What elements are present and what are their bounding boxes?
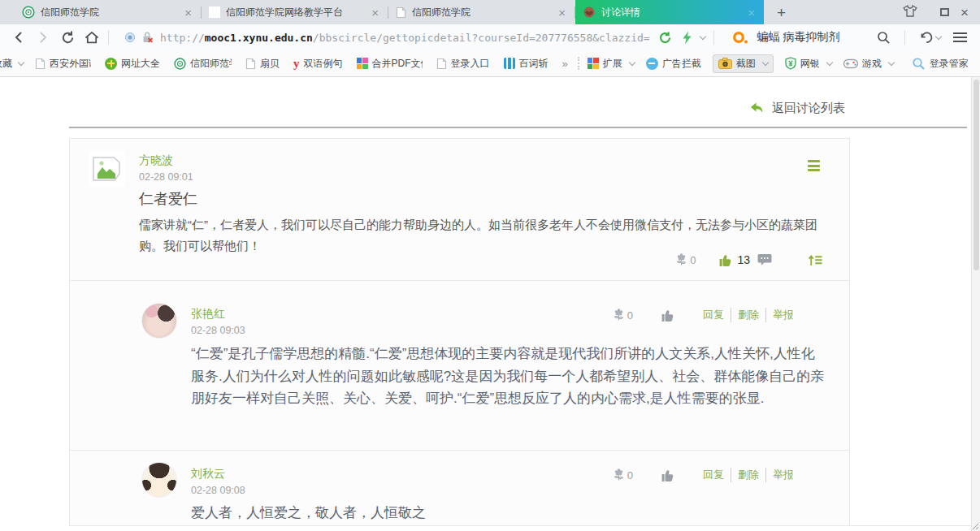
gamepad-icon: [843, 58, 858, 69]
extensions-button[interactable]: 扩展: [588, 57, 635, 71]
tab-xynu-page[interactable]: 信阳师范学院 ×: [388, 0, 575, 24]
tool-label: 扩展: [603, 57, 622, 71]
adblock-icon: [646, 58, 658, 70]
bookmark-xisu[interactable]: 西安外国语: [35, 57, 91, 71]
delete-link[interactable]: 删除: [731, 468, 765, 482]
avatar: [141, 462, 177, 498]
page-icon: [245, 58, 256, 70]
tab-discussion-detail-active[interactable]: 讨论详情 ×: [575, 0, 764, 24]
search-icon[interactable]: [871, 26, 895, 49]
scrollbar-thumb[interactable]: [973, 80, 979, 270]
thumbs-up-icon: [718, 253, 733, 267]
tab-close-icon[interactable]: ×: [557, 6, 567, 19]
reply-author[interactable]: 张艳红: [191, 307, 225, 322]
speed-lightning-icon[interactable]: [682, 31, 692, 45]
award-count: 0: [690, 254, 696, 266]
window-controls: ×: [903, 0, 980, 24]
url-host: mooc1.xynu.edu.cn: [205, 32, 313, 44]
like-button[interactable]: [661, 468, 675, 482]
toolbar-right-group: [871, 26, 980, 49]
new-tab-button[interactable]: +: [772, 5, 791, 20]
delete-link[interactable]: 删除: [731, 308, 765, 322]
main-menu-icon[interactable]: [950, 29, 970, 45]
bookmark-bilingual[interactable]: y 双语例句: [293, 57, 343, 71]
tool-label: 登录管家: [930, 57, 969, 71]
flower-award-icon: [613, 468, 625, 482]
tab-title: 信阳师范学院: [412, 6, 552, 19]
search-query[interactable]: 蝙蝠 病毒抑制剂: [757, 30, 840, 45]
chevron-down-icon: [18, 59, 24, 66]
like-count: 13: [737, 253, 750, 266]
page-icon: [35, 58, 46, 70]
reply-author[interactable]: 刘秋云: [191, 467, 225, 481]
tab-close-icon[interactable]: ×: [746, 6, 757, 19]
insecure-lock-icon[interactable]: [141, 31, 154, 44]
tab-close-icon[interactable]: ×: [370, 6, 380, 19]
chevron-down-icon[interactable]: [699, 33, 705, 40]
sort-top-button[interactable]: [808, 253, 823, 266]
award-button[interactable]: 0: [613, 468, 633, 482]
school-emblem-favicon: [22, 6, 35, 19]
games-button[interactable]: 游戏: [843, 57, 894, 71]
address-bar[interactable]: http://mooc1.xynu.edu.cn/bbscircle/getto…: [124, 31, 650, 44]
award-count: 0: [627, 309, 633, 322]
bookmark-baicizhan[interactable]: 百词斩: [504, 57, 549, 71]
post-menu-icon[interactable]: [808, 160, 820, 171]
post-divider: [70, 280, 849, 281]
comment-button[interactable]: [757, 253, 772, 266]
post-time: 02-28 09:01: [139, 171, 193, 183]
chevron-down-icon: [887, 59, 894, 66]
bookmarks-overflow-icon[interactable]: »: [562, 58, 568, 70]
site-info-icon[interactable]: [124, 32, 136, 43]
bookmark-nav-site[interactable]: 网址大全: [105, 57, 160, 71]
bookmark-xynu[interactable]: 信阳师范学院: [174, 57, 232, 71]
maximize-button[interactable]: [940, 5, 949, 19]
reply-divider: [70, 450, 849, 451]
report-link[interactable]: 举报: [765, 308, 800, 322]
reply-link[interactable]: 回复: [696, 468, 731, 482]
forward-button[interactable]: [31, 26, 55, 49]
login-manager-button[interactable]: 登录管家: [912, 57, 969, 71]
recent-undo-icon[interactable]: [914, 26, 945, 49]
refresh-button[interactable]: [55, 26, 80, 49]
flower-award-icon: [613, 308, 625, 322]
url-path: /bbscircle/gettopicdetail?courseId=20777…: [313, 32, 650, 44]
bookmark-login-portal[interactable]: 登录入口: [436, 57, 490, 71]
like-button[interactable]: [661, 309, 675, 322]
flower-award-icon: [675, 253, 687, 267]
award-button[interactable]: 0: [613, 308, 633, 322]
bookmark-shanbay[interactable]: 扇贝: [245, 57, 280, 71]
screenshot-button[interactable]: 截图: [713, 54, 774, 73]
bookmark-merge-pdf[interactable]: 合并PDF文件: [357, 57, 423, 71]
netbank-button[interactable]: 网银: [785, 57, 832, 71]
post-author[interactable]: 方晓波: [139, 153, 173, 168]
thumbs-up-icon: [661, 309, 675, 322]
translate-icon[interactable]: [658, 31, 672, 45]
back-button[interactable]: [7, 26, 31, 49]
theme-skin-icon[interactable]: [903, 5, 917, 20]
search-box[interactable]: 蝙蝠 病毒抑制剂: [732, 30, 840, 45]
blank-favicon: [209, 6, 220, 18]
chevron-down-icon: [761, 59, 768, 66]
tab-xynu-home[interactable]: 信阳师范学院 ×: [15, 0, 201, 24]
back-to-discussion-list-link[interactable]: 返回讨论列表: [749, 101, 845, 116]
reply-action-row: 0 回复 删除 举报: [613, 308, 800, 322]
favorites-menu[interactable]: 收藏: [0, 57, 24, 71]
like-button[interactable]: 13: [718, 253, 750, 267]
tool-label: 网银: [800, 57, 820, 71]
search-engine-logo[interactable]: [732, 31, 749, 45]
chevron-down-icon[interactable]: [934, 33, 941, 40]
adblock-button[interactable]: 广告拦截: [646, 57, 701, 71]
report-link[interactable]: 举报: [765, 468, 800, 482]
scrollbar[interactable]: [971, 77, 980, 531]
favorites-menu-label: 收藏: [0, 57, 12, 71]
post-body: 儒家讲就“仁”，仁者爱人，我们可以尽自己的能力帮助身边的人。如当前很多老年人不会…: [139, 214, 828, 257]
window-close-button[interactable]: ×: [960, 6, 969, 19]
bookmark-label: 信阳师范学院: [190, 57, 232, 71]
award-button[interactable]: 0: [675, 253, 696, 267]
home-button[interactable]: [80, 26, 104, 49]
tab-close-icon[interactable]: ×: [183, 6, 193, 19]
tab-teaching-platform[interactable]: 信阳师范学院网络教学平台 ×: [202, 0, 388, 24]
page-favicon: [396, 6, 406, 19]
reply-link[interactable]: 回复: [696, 308, 731, 322]
